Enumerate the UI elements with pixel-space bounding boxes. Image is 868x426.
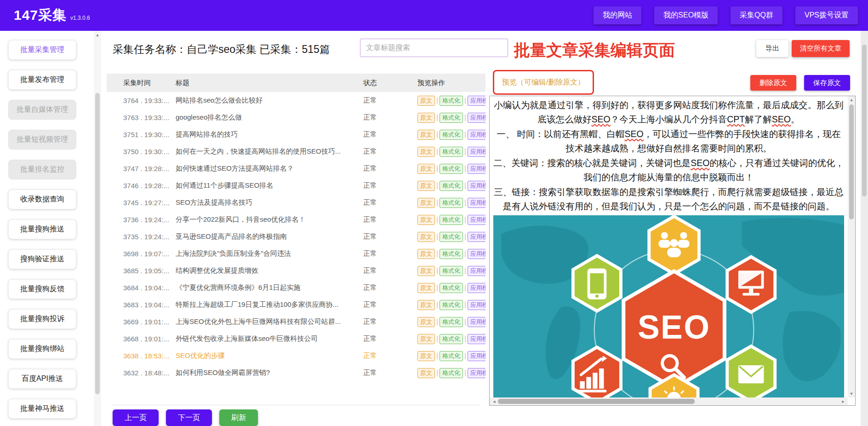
original-chip[interactable]: 原文 bbox=[417, 164, 435, 174]
format-chip[interactable]: 格式化 bbox=[440, 317, 463, 327]
sidebar-item[interactable]: 百度API推送 bbox=[8, 369, 76, 389]
table-row[interactable]: 3685 . 19:05:...结构调整优化发展提质增效正常原文|格式化|应用模… bbox=[107, 262, 485, 279]
sidebar-item[interactable]: 批量搜狗投诉 bbox=[8, 309, 76, 329]
apply-template-chip[interactable]: 应用模板 bbox=[468, 351, 485, 361]
format-chip[interactable]: 格式化 bbox=[440, 164, 463, 174]
apply-template-chip[interactable]: 应用模板 bbox=[468, 181, 485, 191]
sidebar-item[interactable]: 批量神马推送 bbox=[8, 399, 76, 419]
format-chip[interactable]: 格式化 bbox=[440, 232, 463, 242]
apply-template-chip[interactable]: 应用模板 bbox=[468, 164, 485, 174]
original-chip[interactable]: 原文 bbox=[417, 317, 435, 327]
format-chip[interactable]: 格式化 bbox=[440, 334, 463, 344]
table-row[interactable]: 3746 . 19:28:...如何通过11个步骤提高SEO排名正常原文|格式化… bbox=[107, 177, 485, 194]
apply-template-chip[interactable]: 应用模板 bbox=[468, 147, 485, 157]
table-row[interactable]: 3683 . 19:04:...特斯拉上海超级工厂19日复工推动100多家供应商… bbox=[107, 296, 485, 313]
apply-template-chip[interactable]: 应用模板 bbox=[468, 198, 485, 208]
delete-original-button[interactable]: 删除原文 bbox=[750, 75, 796, 91]
scroll-down-icon[interactable] bbox=[848, 391, 855, 396]
original-chip[interactable]: 原文 bbox=[417, 249, 435, 259]
export-button[interactable]: 导出 bbox=[756, 40, 788, 57]
original-chip[interactable]: 原文 bbox=[417, 300, 435, 310]
nav-button[interactable]: VPS拨号设置 bbox=[795, 6, 858, 24]
format-chip[interactable]: 格式化 bbox=[440, 147, 463, 157]
clear-all-button[interactable]: 清空所有文章 bbox=[792, 40, 850, 57]
apply-template-chip[interactable]: 应用模板 bbox=[468, 215, 485, 225]
format-chip[interactable]: 格式化 bbox=[440, 96, 463, 106]
scrollbar-thumb[interactable] bbox=[95, 93, 100, 394]
format-chip[interactable]: 格式化 bbox=[440, 300, 463, 310]
apply-template-chip[interactable]: 应用模板 bbox=[468, 300, 485, 310]
table-row[interactable]: 3684 . 19:04:...《宁夏优化营商环境条例》6月1日起实施正常原文|… bbox=[107, 279, 485, 296]
table-row[interactable]: 3638 . 18:53:...SEO优化的步骤正常原文|格式化|应用模板 bbox=[107, 347, 485, 364]
format-chip[interactable]: 格式化 bbox=[440, 351, 463, 361]
original-chip[interactable]: 原文 bbox=[417, 351, 435, 361]
table-row[interactable]: 3632 . 18:48:...如何利用SEO做全网霸屏营销?正常原文|格式化|… bbox=[107, 364, 485, 381]
original-chip[interactable]: 原文 bbox=[417, 147, 435, 157]
table-row[interactable]: 3735 . 19:24:...亚马逊SEO提高产品排名的终极指南正常原文|格式… bbox=[107, 228, 485, 245]
scrollbar-thumb[interactable] bbox=[862, 45, 867, 196]
original-chip[interactable]: 原文 bbox=[417, 283, 435, 293]
original-chip[interactable]: 原文 bbox=[417, 215, 435, 225]
apply-template-chip[interactable]: 应用模板 bbox=[468, 113, 485, 123]
format-chip[interactable]: 格式化 bbox=[440, 249, 463, 259]
apply-template-chip[interactable]: 应用模板 bbox=[468, 317, 485, 327]
sidebar-item[interactable]: 批量发布管理 bbox=[8, 70, 76, 90]
next-page-button[interactable]: 下一页 bbox=[166, 409, 212, 426]
apply-template-chip[interactable]: 应用模板 bbox=[468, 266, 485, 276]
format-chip[interactable]: 格式化 bbox=[440, 215, 463, 225]
table-row[interactable]: 3751 . 19:30:...提高网站排名的技巧正常原文|格式化|应用模板 bbox=[107, 126, 485, 143]
nav-button[interactable]: 我的网站 bbox=[594, 6, 641, 24]
original-chip[interactable]: 原文 bbox=[417, 130, 435, 140]
original-chip[interactable]: 原文 bbox=[417, 96, 435, 106]
search-input[interactable] bbox=[360, 39, 508, 57]
apply-template-chip[interactable]: 应用模板 bbox=[468, 249, 485, 259]
scroll-right-icon[interactable] bbox=[839, 399, 847, 404]
save-original-button[interactable]: 保存原文 bbox=[804, 75, 850, 91]
scroll-up-icon[interactable] bbox=[848, 98, 855, 102]
original-chip[interactable]: 原文 bbox=[417, 368, 435, 378]
preview-content[interactable]: 小编认为就是通过引擎，得到好的，获得更多网站度我们称作流量，最后成成交。那么到底… bbox=[490, 96, 848, 397]
preview-horizontal-scrollbar[interactable] bbox=[490, 397, 848, 405]
apply-template-chip[interactable]: 应用模板 bbox=[468, 96, 485, 106]
table-row[interactable]: 3747 . 19:28:...如何快速通过SEO方法提高网站排名？正常原文|格… bbox=[107, 160, 485, 177]
table-row[interactable]: 3736 . 19:24:...分享一个2022新风口，抖音seo优化排名！正常… bbox=[107, 211, 485, 228]
original-chip[interactable]: 原文 bbox=[417, 113, 435, 123]
format-chip[interactable]: 格式化 bbox=[440, 113, 463, 123]
original-chip[interactable]: 原文 bbox=[417, 181, 435, 191]
format-chip[interactable]: 格式化 bbox=[440, 266, 463, 276]
format-chip[interactable]: 格式化 bbox=[440, 181, 463, 191]
original-chip[interactable]: 原文 bbox=[417, 266, 435, 276]
nav-button[interactable]: 我的SEO模版 bbox=[654, 6, 718, 24]
apply-template-chip[interactable]: 应用模板 bbox=[468, 232, 485, 242]
format-chip[interactable]: 格式化 bbox=[440, 368, 463, 378]
preview-vertical-scrollbar[interactable] bbox=[848, 96, 855, 397]
format-chip[interactable]: 格式化 bbox=[440, 198, 463, 208]
sidebar-item[interactable]: 搜狗验证推送 bbox=[8, 249, 76, 269]
table-row[interactable]: 3745 . 19:27:...SEO方法及提高排名技巧正常原文|格式化|应用模… bbox=[107, 194, 485, 211]
original-chip[interactable]: 原文 bbox=[417, 198, 435, 208]
format-chip[interactable]: 格式化 bbox=[440, 283, 463, 293]
scroll-up-icon[interactable] bbox=[94, 33, 101, 37]
format-chip[interactable]: 格式化 bbox=[440, 130, 463, 140]
apply-template-chip[interactable]: 应用模板 bbox=[468, 130, 485, 140]
refresh-button[interactable]: 刷新 bbox=[219, 409, 258, 426]
page-scrollbar[interactable] bbox=[861, 31, 868, 426]
apply-template-chip[interactable]: 应用模板 bbox=[468, 368, 485, 378]
table-row[interactable]: 3764 . 19:33:...网站排名seo怎么做会比较好正常原文|格式化|应… bbox=[107, 92, 485, 109]
table-row[interactable]: 3668 . 19:01:...外链代发包收录上海新媒体seo牛巨微科技公司正常… bbox=[107, 330, 485, 347]
original-chip[interactable]: 原文 bbox=[417, 232, 435, 242]
table-row[interactable]: 3750 . 19:30:...如何在一天之内，快速提高网站排名的使用SEO技巧… bbox=[107, 143, 485, 160]
nav-button[interactable]: 采集QQ群 bbox=[731, 6, 782, 24]
sidebar-item[interactable]: 批量搜狗推送 bbox=[8, 219, 76, 239]
sidebar-item[interactable]: 批量搜狗绑站 bbox=[8, 339, 76, 359]
table-row[interactable]: 3669 . 19:01:...上海SEO优化外包上海牛巨微网络科技有限公司站群… bbox=[107, 313, 485, 330]
table-row[interactable]: 3698 . 19:07:...上海法院判决"负面压制业务"合同违法正常原文|格… bbox=[107, 245, 485, 262]
prev-page-button[interactable]: 上一页 bbox=[113, 409, 159, 426]
scrollbar-thumb[interactable] bbox=[849, 104, 854, 219]
sidebar-item[interactable]: 批量搜狗反馈 bbox=[8, 279, 76, 299]
apply-template-chip[interactable]: 应用模板 bbox=[468, 283, 485, 293]
scroll-left-icon[interactable] bbox=[491, 399, 498, 404]
sidebar-item[interactable]: 收录数据查询 bbox=[8, 190, 76, 209]
sidebar-item[interactable]: 批量采集管理 bbox=[8, 40, 76, 60]
scrollbar-thumb[interactable] bbox=[498, 399, 695, 404]
